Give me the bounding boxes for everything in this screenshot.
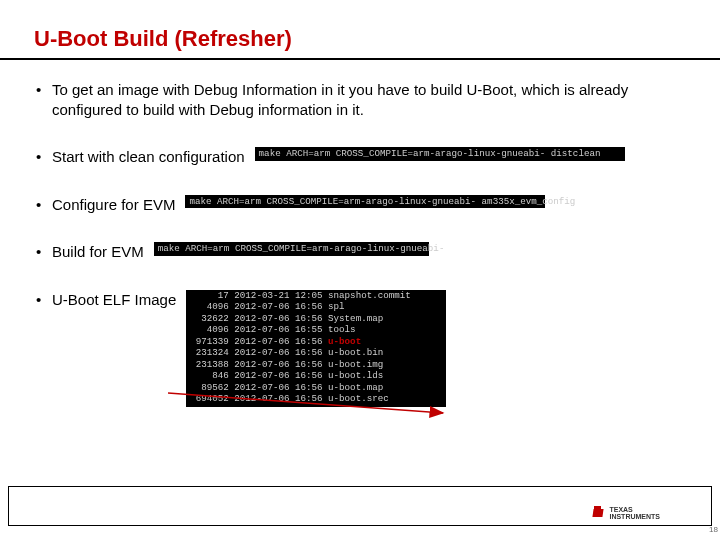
listing-row: 4096 2012-07-06 16:56 spl: [190, 301, 442, 313]
brand-line1: TEXAS: [609, 506, 660, 513]
slide-title: U-Boot Build (Refresher): [34, 26, 686, 52]
bullet-clean: Start with clean configuration make ARCH…: [34, 147, 686, 167]
brand-line2: INSTRUMENTS: [609, 513, 660, 520]
bullet-intro-text: To get an image with Debug Information i…: [52, 81, 628, 118]
bullet-elf: U-Boot ELF Image 17 2012-03-21 12:05 sna…: [34, 290, 686, 407]
listing-row: 231324 2012-07-06 16:56 u-boot.bin: [190, 347, 442, 359]
listing-row: 4096 2012-07-06 16:55 tools: [190, 324, 442, 336]
listing-row: 846 2012-07-06 16:56 u-boot.lds: [190, 370, 442, 382]
bullet-configure: Configure for EVM make ARCH=arm CROSS_CO…: [34, 195, 686, 215]
bullet-build-text: Build for EVM: [52, 242, 144, 262]
page-number: 18: [709, 525, 718, 534]
bullet-clean-text: Start with clean configuration: [52, 147, 245, 167]
terminal-configure: make ARCH=arm CROSS_COMPILE=arm-arago-li…: [185, 195, 545, 209]
bullet-configure-text: Configure for EVM: [52, 195, 175, 215]
bullet-elf-text: U-Boot ELF Image: [52, 290, 176, 310]
ti-chip-icon: [592, 506, 606, 520]
listing-row: 971339 2012-07-06 16:56 u-boot: [190, 336, 442, 348]
listing-row: 32622 2012-07-06 16:56 System.map: [190, 313, 442, 325]
listing-row: 231388 2012-07-06 16:56 u-boot.img: [190, 359, 442, 371]
title-divider: [0, 58, 720, 60]
ti-logo: TEXAS INSTRUMENTS: [592, 506, 660, 520]
bullet-build: Build for EVM make ARCH=arm CROSS_COMPIL…: [34, 242, 686, 262]
terminal-clean: make ARCH=arm CROSS_COMPILE=arm-arago-li…: [255, 147, 625, 161]
file-listing: 17 2012-03-21 12:05 snapshot.commit 4096…: [186, 290, 446, 407]
terminal-build: make ARCH=arm CROSS_COMPILE=arm-arago-li…: [154, 242, 429, 256]
listing-row: 694052 2012-07-06 16:56 u-boot.srec: [190, 393, 442, 405]
listing-row: 89562 2012-07-06 16:56 u-boot.map: [190, 382, 442, 394]
bullet-intro: To get an image with Debug Information i…: [34, 80, 686, 119]
listing-row: 17 2012-03-21 12:05 snapshot.commit: [190, 290, 442, 302]
